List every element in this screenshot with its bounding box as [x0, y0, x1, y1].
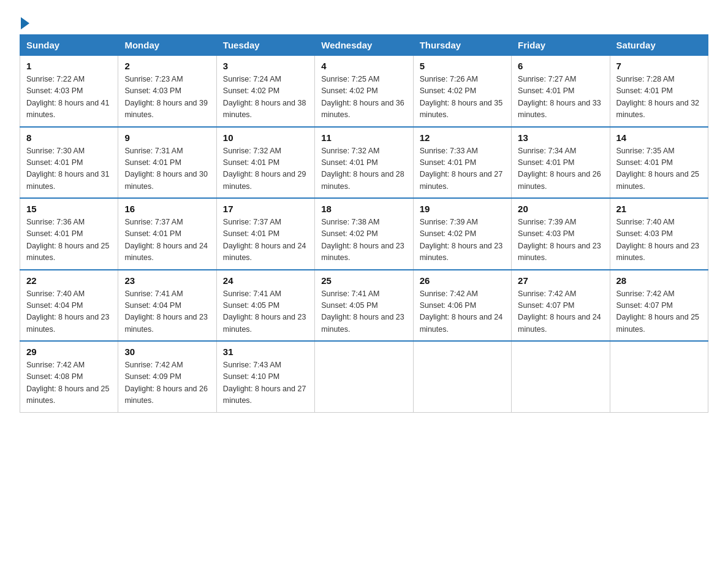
- day-info: Sunrise: 7:37 AMSunset: 4:01 PMDaylight:…: [223, 216, 308, 264]
- day-number: 11: [321, 132, 406, 143]
- calendar-cell: 7Sunrise: 7:28 AMSunset: 4:01 PMDaylight…: [610, 56, 708, 127]
- day-number: 31: [223, 347, 308, 357]
- page-header: [20, 15, 708, 29]
- day-number: 26: [420, 275, 505, 286]
- day-info: Sunrise: 7:42 AMSunset: 4:07 PMDaylight:…: [518, 288, 603, 336]
- day-number: 6: [518, 61, 603, 71]
- day-info: Sunrise: 7:28 AMSunset: 4:01 PMDaylight:…: [616, 74, 702, 121]
- day-number: 1: [26, 61, 112, 71]
- calendar-cell: 6Sunrise: 7:27 AMSunset: 4:01 PMDaylight…: [512, 56, 610, 127]
- day-number: 3: [223, 61, 308, 71]
- calendar-week-row: 22Sunrise: 7:40 AMSunset: 4:04 PMDayligh…: [20, 270, 708, 342]
- day-info: Sunrise: 7:43 AMSunset: 4:10 PMDaylight:…: [223, 359, 308, 407]
- calendar-cell: 19Sunrise: 7:39 AMSunset: 4:02 PMDayligh…: [413, 198, 511, 270]
- calendar-week-row: 15Sunrise: 7:36 AMSunset: 4:01 PMDayligh…: [20, 198, 708, 270]
- calendar-cell: 3Sunrise: 7:24 AMSunset: 4:02 PMDaylight…: [216, 56, 314, 127]
- calendar-cell: [512, 341, 610, 412]
- calendar-cell: 29Sunrise: 7:42 AMSunset: 4:08 PMDayligh…: [20, 341, 118, 412]
- day-info: Sunrise: 7:35 AMSunset: 4:01 PMDaylight:…: [616, 145, 702, 193]
- calendar-cell: 31Sunrise: 7:43 AMSunset: 4:10 PMDayligh…: [216, 341, 314, 412]
- calendar-week-row: 8Sunrise: 7:30 AMSunset: 4:01 PMDaylight…: [20, 127, 708, 199]
- col-friday: Friday: [512, 35, 610, 56]
- day-info: Sunrise: 7:27 AMSunset: 4:01 PMDaylight:…: [518, 74, 603, 121]
- day-number: 19: [420, 204, 505, 214]
- day-number: 24: [223, 275, 308, 286]
- day-number: 23: [124, 275, 210, 286]
- day-number: 18: [321, 204, 406, 214]
- day-info: Sunrise: 7:42 AMSunset: 4:08 PMDaylight:…: [26, 359, 112, 407]
- calendar-cell: 5Sunrise: 7:26 AMSunset: 4:02 PMDaylight…: [413, 56, 511, 127]
- calendar-cell: 2Sunrise: 7:23 AMSunset: 4:03 PMDaylight…: [118, 56, 216, 127]
- day-info: Sunrise: 7:36 AMSunset: 4:01 PMDaylight:…: [26, 216, 112, 264]
- day-info: Sunrise: 7:42 AMSunset: 4:07 PMDaylight:…: [616, 288, 702, 336]
- day-number: 10: [223, 132, 308, 143]
- day-info: Sunrise: 7:39 AMSunset: 4:02 PMDaylight:…: [420, 216, 505, 264]
- day-info: Sunrise: 7:31 AMSunset: 4:01 PMDaylight:…: [124, 145, 210, 193]
- calendar-cell: 13Sunrise: 7:34 AMSunset: 4:01 PMDayligh…: [512, 127, 610, 199]
- day-number: 15: [26, 204, 112, 214]
- calendar-table: Sunday Monday Tuesday Wednesday Thursday…: [20, 34, 708, 413]
- day-number: 12: [420, 132, 505, 143]
- day-number: 8: [26, 132, 112, 143]
- day-number: 4: [321, 61, 406, 71]
- day-info: Sunrise: 7:42 AMSunset: 4:06 PMDaylight:…: [420, 288, 505, 336]
- calendar-header-row: Sunday Monday Tuesday Wednesday Thursday…: [20, 35, 708, 56]
- col-thursday: Thursday: [413, 35, 511, 56]
- calendar-cell: 24Sunrise: 7:41 AMSunset: 4:05 PMDayligh…: [216, 270, 314, 342]
- calendar-cell: 20Sunrise: 7:39 AMSunset: 4:03 PMDayligh…: [512, 198, 610, 270]
- calendar-cell: 12Sunrise: 7:33 AMSunset: 4:01 PMDayligh…: [413, 127, 511, 199]
- day-info: Sunrise: 7:25 AMSunset: 4:02 PMDaylight:…: [321, 74, 406, 121]
- calendar-cell: 4Sunrise: 7:25 AMSunset: 4:02 PMDaylight…: [315, 56, 413, 127]
- calendar-cell: 27Sunrise: 7:42 AMSunset: 4:07 PMDayligh…: [512, 270, 610, 342]
- day-info: Sunrise: 7:32 AMSunset: 4:01 PMDaylight:…: [321, 145, 406, 193]
- calendar-cell: 11Sunrise: 7:32 AMSunset: 4:01 PMDayligh…: [315, 127, 413, 199]
- calendar-cell: 26Sunrise: 7:42 AMSunset: 4:06 PMDayligh…: [413, 270, 511, 342]
- day-info: Sunrise: 7:32 AMSunset: 4:01 PMDaylight:…: [223, 145, 308, 193]
- col-monday: Monday: [118, 35, 216, 56]
- calendar-cell: 23Sunrise: 7:41 AMSunset: 4:04 PMDayligh…: [118, 270, 216, 342]
- day-info: Sunrise: 7:41 AMSunset: 4:05 PMDaylight:…: [321, 288, 406, 336]
- calendar-cell: 9Sunrise: 7:31 AMSunset: 4:01 PMDaylight…: [118, 127, 216, 199]
- day-info: Sunrise: 7:37 AMSunset: 4:01 PMDaylight:…: [124, 216, 210, 264]
- day-number: 30: [124, 347, 210, 357]
- day-info: Sunrise: 7:34 AMSunset: 4:01 PMDaylight:…: [518, 145, 603, 193]
- day-number: 7: [616, 61, 702, 71]
- day-number: 22: [26, 275, 112, 286]
- col-saturday: Saturday: [610, 35, 708, 56]
- calendar-cell: 21Sunrise: 7:40 AMSunset: 4:03 PMDayligh…: [610, 198, 708, 270]
- day-number: 29: [26, 347, 112, 357]
- day-number: 17: [223, 204, 308, 214]
- col-tuesday: Tuesday: [216, 35, 314, 56]
- calendar-cell: 17Sunrise: 7:37 AMSunset: 4:01 PMDayligh…: [216, 198, 314, 270]
- day-info: Sunrise: 7:40 AMSunset: 4:03 PMDaylight:…: [616, 216, 702, 264]
- calendar-cell: [413, 341, 511, 412]
- day-info: Sunrise: 7:22 AMSunset: 4:03 PMDaylight:…: [26, 74, 112, 121]
- calendar-cell: 30Sunrise: 7:42 AMSunset: 4:09 PMDayligh…: [118, 341, 216, 412]
- day-number: 25: [321, 275, 406, 286]
- day-info: Sunrise: 7:41 AMSunset: 4:05 PMDaylight:…: [223, 288, 308, 336]
- calendar-cell: 8Sunrise: 7:30 AMSunset: 4:01 PMDaylight…: [20, 127, 118, 199]
- calendar-cell: 22Sunrise: 7:40 AMSunset: 4:04 PMDayligh…: [20, 270, 118, 342]
- day-info: Sunrise: 7:42 AMSunset: 4:09 PMDaylight:…: [124, 359, 210, 407]
- calendar-cell: 10Sunrise: 7:32 AMSunset: 4:01 PMDayligh…: [216, 127, 314, 199]
- col-sunday: Sunday: [20, 35, 118, 56]
- calendar-cell: [610, 341, 708, 412]
- day-info: Sunrise: 7:41 AMSunset: 4:04 PMDaylight:…: [124, 288, 210, 336]
- day-number: 5: [420, 61, 505, 71]
- day-number: 27: [518, 275, 603, 286]
- day-number: 2: [124, 61, 210, 71]
- calendar-cell: [315, 341, 413, 412]
- day-number: 16: [124, 204, 210, 214]
- day-info: Sunrise: 7:23 AMSunset: 4:03 PMDaylight:…: [124, 74, 210, 121]
- day-number: 21: [616, 204, 702, 214]
- day-number: 20: [518, 204, 603, 214]
- calendar-week-row: 29Sunrise: 7:42 AMSunset: 4:08 PMDayligh…: [20, 341, 708, 412]
- day-number: 14: [616, 132, 702, 143]
- calendar-cell: 25Sunrise: 7:41 AMSunset: 4:05 PMDayligh…: [315, 270, 413, 342]
- day-info: Sunrise: 7:26 AMSunset: 4:02 PMDaylight:…: [420, 74, 505, 121]
- calendar-cell: 15Sunrise: 7:36 AMSunset: 4:01 PMDayligh…: [20, 198, 118, 270]
- day-info: Sunrise: 7:40 AMSunset: 4:04 PMDaylight:…: [26, 288, 112, 336]
- day-number: 9: [124, 132, 210, 143]
- day-number: 28: [616, 275, 702, 286]
- calendar-cell: 14Sunrise: 7:35 AMSunset: 4:01 PMDayligh…: [610, 127, 708, 199]
